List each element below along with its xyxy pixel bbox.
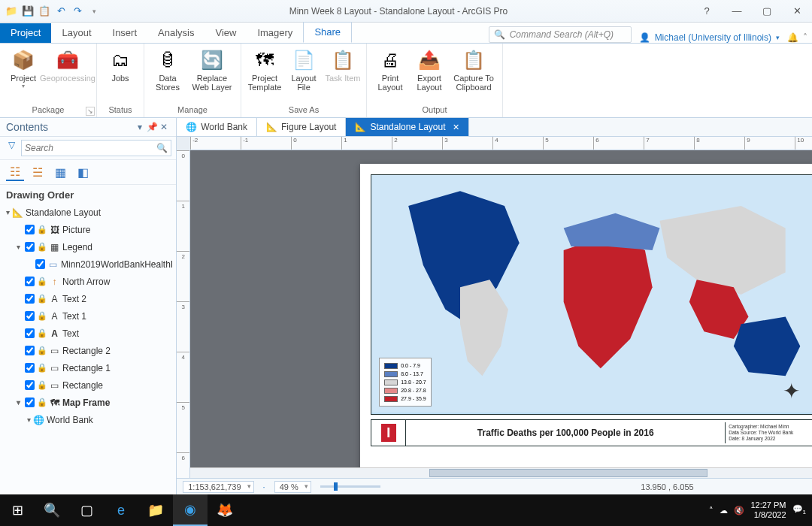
- contents-title: Contents: [6, 121, 48, 133]
- ribbon-collapse-icon[interactable]: ˄: [803, 32, 807, 43]
- paste-icon[interactable]: 📋: [38, 5, 51, 18]
- tab-analysis[interactable]: Analysis: [147, 23, 205, 43]
- map-legend: 0.0 - 7.98.0 - 13.713.8 - 20.720.8 - 27.…: [379, 358, 431, 407]
- tree-node[interactable]: 🔒▭Rectangle 1: [3, 359, 173, 376]
- help-icon[interactable]: ?: [692, 1, 722, 22]
- tree-node[interactable]: 🔒AText 2: [3, 290, 173, 307]
- map-icon: 🌐: [186, 122, 197, 132]
- contents-view-toggles: ☷ ☱ ▦ ◧: [0, 160, 176, 185]
- undo-icon[interactable]: ↶: [54, 5, 68, 18]
- command-search-placeholder: Command Search (Alt+Q): [510, 29, 614, 40]
- search-taskbar-icon[interactable]: 🔍: [35, 494, 69, 526]
- save-icon[interactable]: 💾: [21, 5, 35, 18]
- group-saveas: 🗺Project Template 📄Layout File 📋Task Ite…: [241, 44, 367, 117]
- tree-node[interactable]: 🔒🖼Picture: [3, 221, 173, 238]
- project-package-button[interactable]: 📦Project▾: [5, 47, 42, 104]
- contents-search-input[interactable]: [25, 143, 156, 153]
- action-center-icon[interactable]: 💬1: [792, 504, 806, 515]
- explorer-icon[interactable]: 📁: [138, 494, 173, 526]
- search-icon: 🔍: [156, 143, 168, 153]
- export-icon: 📤: [417, 48, 441, 72]
- replace-weblayer-button[interactable]: 🔄Replace Web Layer: [188, 47, 236, 104]
- data-stores-button[interactable]: 🛢Data Stores: [149, 47, 186, 104]
- selection-icon[interactable]: ▦: [51, 163, 69, 181]
- doctab-worldbank[interactable]: 🌐World Bank: [177, 118, 257, 136]
- tab-layout[interactable]: Layout: [51, 23, 102, 43]
- replace-icon: 🔄: [200, 48, 224, 72]
- command-search[interactable]: 🔍 Command Search (Alt+Q): [489, 26, 632, 43]
- export-layout-button[interactable]: 📤Export Layout: [411, 47, 448, 104]
- open-icon[interactable]: 📁: [5, 5, 18, 18]
- system-tray[interactable]: ˄ ☁ 🔇 12:27 PM1/8/2022 💬1: [703, 500, 812, 520]
- tab-share[interactable]: Share: [303, 22, 352, 43]
- contents-search[interactable]: 🔍: [21, 140, 171, 156]
- jobs-button[interactable]: 🗂Jobs: [102, 47, 139, 104]
- layer-tree: ▾📐Standalone Layout 🔒🖼Picture ▾🔒▦Legend …: [0, 202, 176, 430]
- minimize-icon[interactable]: —: [722, 1, 752, 22]
- taskview-icon[interactable]: ▢: [69, 494, 104, 526]
- tree-node[interactable]: 🔒▭Rectangle: [3, 376, 173, 394]
- layout-title: Traffic Deaths per 100,000 People in 201…: [406, 428, 725, 438]
- tree-node[interactable]: ▾🔒🗺Map Frame: [3, 394, 173, 411]
- tree-node[interactable]: 🔒AText 1: [3, 307, 173, 325]
- group-manage: 🛢Data Stores 🔄Replace Web Layer Manage: [144, 44, 241, 117]
- pane-pin-icon[interactable]: 📌: [146, 122, 158, 132]
- start-button[interactable]: ⊞: [0, 494, 35, 526]
- tab-view[interactable]: View: [205, 23, 247, 43]
- close-icon[interactable]: ✕: [782, 1, 812, 22]
- print-layout-button[interactable]: 🖨Print Layout: [371, 47, 409, 104]
- tree-node[interactable]: ▭Minn2019WorldBankHealthI: [3, 255, 173, 273]
- scale-selector[interactable]: 1:153,621,739: [183, 481, 253, 493]
- user-badge[interactable]: 👤 Michael (University of Illinois) ▾ 🔔 ˄: [639, 32, 812, 43]
- pane-dropdown-icon[interactable]: ▾: [134, 122, 146, 132]
- layoutfile-icon: 📄: [292, 48, 316, 72]
- search-icon: 🔍: [494, 29, 505, 40]
- document-area: 🌐World Bank 📐Figure Layout 📐Standalone L…: [177, 118, 812, 494]
- tree-node[interactable]: 🔒↑North Arrow: [3, 273, 173, 290]
- contents-header: Contents ▾ 📌 ✕: [0, 118, 176, 137]
- map-frame[interactable]: 0.0 - 7.98.0 - 13.713.8 - 20.720.8 - 27.…: [371, 174, 812, 415]
- snapping-icon[interactable]: ◧: [74, 163, 92, 181]
- tree-node[interactable]: 🔒AText: [3, 325, 173, 342]
- coords-readout: 13.950 , 6.055: [389, 482, 812, 491]
- list-by-icon[interactable]: ☱: [29, 163, 47, 181]
- arcgis-icon[interactable]: ◉: [173, 494, 208, 526]
- filter-icon[interactable]: ▽: [5, 140, 18, 156]
- ie-icon[interactable]: e: [104, 494, 138, 526]
- layout-canvas[interactable]: 0.0 - 7.98.0 - 13.713.8 - 20.720.8 - 27.…: [190, 150, 812, 478]
- layout-file-button[interactable]: 📄Layout File: [285, 47, 323, 104]
- tree-root[interactable]: ▾📐Standalone Layout: [3, 204, 173, 221]
- tab-project[interactable]: Project: [0, 23, 51, 43]
- layout-icon: 📐: [266, 122, 277, 132]
- package-dialog-icon[interactable]: ↘: [86, 107, 95, 116]
- quick-access-toolbar: 📁 💾 📋 ↶ ↷ ▾: [0, 5, 105, 18]
- zoom-slider[interactable]: [320, 485, 380, 488]
- tab-insert[interactable]: Insert: [102, 23, 148, 43]
- tab-imagery[interactable]: Imagery: [247, 23, 303, 43]
- zoom-selector[interactable]: 49 %: [274, 481, 311, 493]
- tray-chevron-icon[interactable]: ˄: [709, 506, 714, 515]
- firefox-icon[interactable]: 🦊: [208, 494, 242, 526]
- horizontal-scrollbar[interactable]: [190, 467, 812, 478]
- capture-clipboard-button[interactable]: 📋Capture To Clipboard: [450, 47, 498, 104]
- notification-icon[interactable]: 🔔: [787, 32, 798, 43]
- qat-customize-icon[interactable]: ▾: [87, 5, 101, 18]
- doctab-standalone[interactable]: 📐Standalone Layout✕: [346, 118, 468, 136]
- tab-close-icon[interactable]: ✕: [453, 122, 459, 132]
- scale-info-icon[interactable]: ·: [263, 482, 265, 491]
- user-name: Michael (University of Illinois): [655, 32, 771, 43]
- pane-close-icon[interactable]: ✕: [158, 122, 170, 132]
- project-template-button[interactable]: 🗺Project Template: [246, 47, 283, 104]
- drawing-order-icon[interactable]: ☷: [6, 163, 24, 181]
- layout-icon: 📐: [355, 122, 366, 132]
- taskbar-clock[interactable]: 12:27 PM1/8/2022: [750, 500, 786, 520]
- tree-node[interactable]: ▾🌐World Bank: [3, 411, 173, 428]
- maximize-icon[interactable]: ▢: [752, 1, 782, 22]
- redo-icon[interactable]: ↷: [71, 5, 84, 18]
- doctab-figure[interactable]: 📐Figure Layout: [257, 118, 346, 136]
- tree-node[interactable]: ▾🔒▦Legend: [3, 238, 173, 255]
- tray-app-icon[interactable]: ☁: [720, 506, 728, 515]
- tree-node[interactable]: 🔒▭Rectangle 2: [3, 342, 173, 359]
- volume-icon[interactable]: 🔇: [734, 506, 744, 515]
- ribbon-tabs: Project Layout Insert Analysis View Imag…: [0, 23, 812, 44]
